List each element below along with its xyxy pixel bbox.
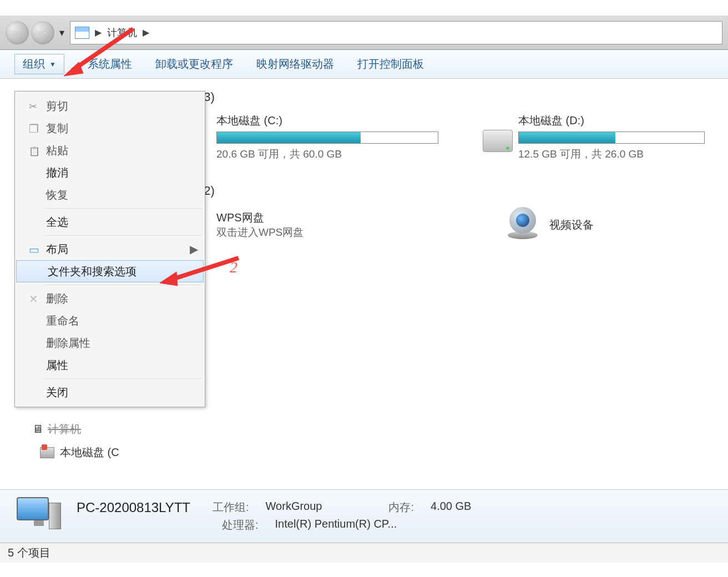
computer-name: PC-20200813LYTT bbox=[77, 500, 190, 515]
wps-name: WPS网盘 bbox=[216, 210, 304, 225]
capacity-bar bbox=[216, 131, 438, 144]
webcam-item[interactable]: 视频设备 bbox=[505, 207, 727, 242]
address-bar[interactable]: ▶ 计算机 ▶ bbox=[70, 21, 722, 44]
details-pane: PC-20200813LYTT 工作组: WorkGroup 内存: 4.00 … bbox=[0, 489, 728, 543]
menu-divider bbox=[45, 235, 203, 236]
menu-label: 关闭 bbox=[46, 385, 68, 400]
computer-icon bbox=[75, 27, 89, 39]
workgroup-value: WorkGroup bbox=[266, 500, 322, 515]
item-count: 5 个项目 bbox=[8, 546, 50, 559]
sidebar-item-computer[interactable]: 🖥 计算机 bbox=[32, 422, 81, 437]
forward-button[interactable]: → bbox=[31, 21, 54, 44]
section-other-count: (2) bbox=[200, 184, 727, 198]
sidebar-label: 本地磁盘 (C bbox=[60, 445, 119, 460]
menu-label: 删除属性 bbox=[46, 336, 90, 351]
paste-icon bbox=[29, 144, 41, 156]
menu-cut[interactable]: 剪切 bbox=[15, 95, 205, 117]
sidebar-label: 计算机 bbox=[48, 422, 81, 437]
open-control-panel-button[interactable]: 打开控制面板 bbox=[357, 57, 424, 72]
menu-label: 重命名 bbox=[46, 313, 79, 328]
menu-properties[interactable]: 属性 bbox=[15, 354, 205, 376]
section-harddrives-count: (3) bbox=[200, 90, 727, 104]
menu-divider bbox=[45, 208, 203, 209]
menu-label: 剪切 bbox=[46, 99, 68, 114]
hdd-icon bbox=[483, 130, 513, 152]
hdd-icon bbox=[40, 447, 54, 458]
drive-stats: 20.6 GB 可用，共 60.0 GB bbox=[216, 147, 438, 161]
memory-label: 内存: bbox=[388, 500, 414, 515]
menu-rename[interactable]: 重命名 bbox=[15, 310, 205, 332]
chevron-down-icon: ▾ bbox=[59, 27, 64, 39]
menu-label: 撤消 bbox=[46, 165, 68, 180]
chevron-down-icon: ▼ bbox=[49, 60, 56, 68]
menu-close[interactable]: 关闭 bbox=[15, 381, 205, 403]
menu-copy[interactable]: 复制 bbox=[15, 117, 205, 139]
map-network-drive-button[interactable]: 映射网络驱动器 bbox=[256, 57, 334, 72]
menu-label: 复制 bbox=[46, 121, 68, 136]
system-properties-button[interactable]: 系统属性 bbox=[88, 57, 132, 72]
wps-subtitle: 双击进入WPS网盘 bbox=[216, 225, 304, 240]
workgroup-label: 工作组: bbox=[213, 500, 249, 515]
menu-paste[interactable]: 粘贴 bbox=[15, 139, 205, 161]
menu-label: 属性 bbox=[46, 358, 68, 373]
wps-netdisk-item[interactable]: WPS网盘 双击进入WPS网盘 bbox=[216, 207, 438, 242]
organize-button[interactable]: 组织 ▼ bbox=[14, 54, 64, 74]
cpu-value: Intel(R) Pentium(R) CP... bbox=[275, 518, 397, 533]
menu-select-all[interactable]: 全选 bbox=[15, 211, 205, 233]
menu-folder-options[interactable]: 文件夹和搜索选项 bbox=[16, 260, 204, 282]
sidebar-item-local-c[interactable]: 本地磁盘 (C bbox=[40, 445, 119, 460]
menu-delete[interactable]: 删除 bbox=[15, 287, 205, 310]
delete-icon bbox=[29, 292, 41, 305]
drive-item-c[interactable]: 本地磁盘 (C:) 20.6 GB 可用，共 60.0 GB bbox=[216, 113, 438, 161]
arrow-left-icon: ← bbox=[11, 26, 23, 40]
status-bar: 5 个项目 bbox=[0, 543, 728, 563]
annotation-number-2: 2 bbox=[230, 259, 237, 276]
menu-undo[interactable]: 撤消 bbox=[15, 161, 205, 184]
webcam-icon bbox=[505, 207, 540, 242]
drive-stats: 12.5 GB 可用，共 26.0 GB bbox=[518, 147, 705, 161]
menu-label: 删除 bbox=[46, 291, 68, 306]
computer-tree-icon: 🖥 bbox=[32, 423, 43, 436]
webcam-label: 视频设备 bbox=[549, 217, 594, 232]
drive-name: 本地磁盘 (C:) bbox=[216, 113, 438, 128]
organize-label: 组织 bbox=[23, 57, 45, 72]
arrow-right-icon: → bbox=[37, 26, 49, 40]
drive-item-d[interactable]: 本地磁盘 (D:) 12.5 GB 可用，共 26.0 GB bbox=[483, 113, 705, 161]
uninstall-programs-button[interactable]: 卸载或更改程序 bbox=[155, 57, 233, 72]
navigation-bar: ← → ▾ ▶ 计算机 ▶ bbox=[0, 16, 728, 50]
layout-icon bbox=[29, 243, 41, 255]
capacity-fill bbox=[217, 132, 361, 143]
cut-icon bbox=[29, 100, 41, 112]
menu-label: 全选 bbox=[46, 215, 68, 230]
capacity-bar bbox=[518, 131, 705, 144]
menu-label: 粘贴 bbox=[46, 143, 68, 158]
breadcrumb-arrow-icon: ▶ bbox=[95, 27, 102, 38]
menu-remove-properties[interactable]: 删除属性 bbox=[15, 332, 205, 354]
computer-large-icon bbox=[17, 497, 61, 536]
menu-divider bbox=[45, 378, 203, 379]
menu-layout[interactable]: 布局 ▶ bbox=[15, 238, 205, 260]
copy-icon bbox=[29, 122, 41, 134]
nav-history-dropdown[interactable]: ▾ bbox=[57, 21, 67, 44]
menu-redo[interactable]: 恢复 bbox=[15, 184, 205, 206]
chevron-right-icon: ▶ bbox=[190, 242, 198, 256]
organize-menu: 剪切 复制 粘贴 撤消 恢复 全选 布局 ▶ 文件夹和搜索选项 删除 重命名 bbox=[14, 91, 205, 407]
capacity-fill bbox=[519, 132, 615, 143]
menu-label: 布局 bbox=[46, 242, 68, 257]
memory-value: 4.00 GB bbox=[431, 500, 471, 515]
menu-label: 文件夹和搜索选项 bbox=[48, 264, 136, 279]
toolbar: 组织 ▼ 系统属性 卸载或更改程序 映射网络驱动器 打开控制面板 bbox=[0, 50, 728, 79]
breadcrumb-arrow-icon: ▶ bbox=[143, 27, 149, 38]
breadcrumb-location[interactable]: 计算机 bbox=[107, 26, 137, 39]
back-button[interactable]: ← bbox=[6, 21, 29, 44]
cpu-label: 处理器: bbox=[222, 518, 259, 533]
menu-divider bbox=[45, 285, 203, 285]
drive-name: 本地磁盘 (D:) bbox=[518, 113, 705, 128]
menu-label: 恢复 bbox=[46, 188, 68, 203]
